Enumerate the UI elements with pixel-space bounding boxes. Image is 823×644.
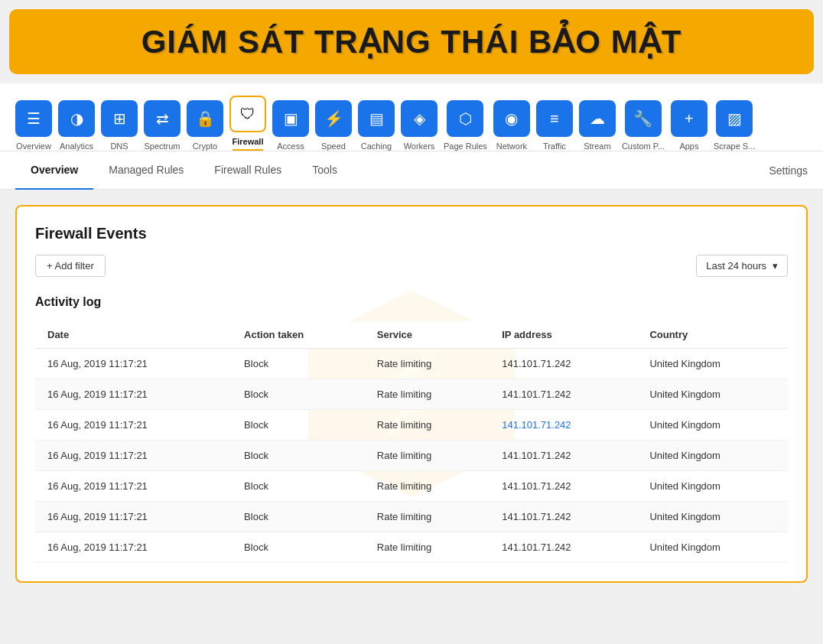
service-cell: Rate limiting (365, 379, 490, 410)
nav-label-workers: Workers (404, 141, 435, 151)
date-cell: 16 Aug, 2019 11:17:21 (35, 410, 232, 441)
date-cell: 16 Aug, 2019 11:17:21 (35, 502, 232, 532)
table-row: 16 Aug, 2019 11:17:21BlockRate limiting1… (35, 502, 788, 532)
date-cell: 16 Aug, 2019 11:17:21 (35, 471, 232, 502)
ip-cell[interactable]: 141.101.71.242 (490, 410, 637, 441)
action-cell: Block (232, 379, 365, 410)
nav-label-dns: DNS (110, 141, 128, 151)
action-cell: Block (232, 410, 365, 441)
ip-cell[interactable]: 141.101.71.242 (490, 502, 637, 532)
ip-cell[interactable]: 141.101.71.242 (490, 379, 637, 410)
nav-icon-apps: + (671, 100, 708, 137)
add-filter-button[interactable]: + Add filter (35, 255, 106, 277)
nav-icon-scrape-s: ▨ (716, 100, 753, 137)
nav-label-scrape-s: Scrape S... (714, 141, 755, 151)
nav-icon-traffic: ≡ (536, 100, 573, 137)
tabs-bar: OverviewManaged RulesFirewall RulesTools… (0, 151, 823, 190)
nav-item-speed[interactable]: ⚡Speed (315, 100, 352, 151)
nav-label-firewall: Firewall (233, 137, 264, 151)
nav-item-workers[interactable]: ◈Workers (401, 100, 438, 151)
action-cell: Block (232, 532, 365, 563)
service-cell: Rate limiting (365, 532, 490, 563)
ip-cell[interactable]: 141.101.71.242 (490, 349, 637, 379)
nav-item-apps[interactable]: +Apps (671, 100, 708, 151)
nav-icon-stream: ☁ (579, 100, 616, 137)
nav-label-apps: Apps (679, 141, 698, 151)
banner-title: GIÁM SÁT TRẠNG THÁI BẢO MẬT (24, 23, 799, 60)
nav-item-traffic[interactable]: ≡Traffic (536, 100, 573, 151)
nav-item-custom-p[interactable]: 🔧Custom P... (622, 100, 665, 151)
ip-cell[interactable]: 141.101.71.242 (490, 441, 637, 471)
firewall-card: ⚡ Firewall Events + Add filter Last 24 h… (15, 205, 808, 583)
nav-item-stream[interactable]: ☁Stream (579, 100, 616, 151)
filter-row: + Add filter Last 24 hours ▾ (35, 255, 788, 277)
nav-label-overview: Overview (16, 141, 51, 151)
tab-overview[interactable]: Overview (15, 151, 93, 190)
country-cell: United Kingdom (637, 532, 788, 563)
banner: GIÁM SÁT TRẠNG THÁI BẢO MẬT (9, 9, 814, 74)
nav-label-network: Network (496, 141, 527, 151)
nav-item-spectrum[interactable]: ⇄Spectrum (144, 100, 181, 151)
nav-item-dns[interactable]: ⊞DNS (101, 100, 138, 151)
service-cell: Rate limiting (365, 410, 490, 441)
nav-label-speed: Speed (321, 141, 346, 151)
country-cell: United Kingdom (637, 471, 788, 502)
service-cell: Rate limiting (365, 441, 490, 471)
table-row: 16 Aug, 2019 11:17:21BlockRate limiting1… (35, 379, 788, 410)
main-content: ⚡ Firewall Events + Add filter Last 24 h… (0, 190, 823, 598)
activity-table: DateAction takenServiceIP addressCountry… (35, 321, 788, 563)
col-header-service: Service (365, 321, 490, 349)
nav-icon-custom-p: 🔧 (625, 100, 662, 137)
time-range-select[interactable]: Last 24 hours ▾ (696, 255, 788, 277)
activity-log-title: Activity log (35, 295, 788, 309)
country-cell: United Kingdom (637, 379, 788, 410)
tab-firewall-rules[interactable]: Firewall Rules (199, 151, 297, 190)
service-cell: Rate limiting (365, 502, 490, 532)
date-cell: 16 Aug, 2019 11:17:21 (35, 532, 232, 563)
action-cell: Block (232, 349, 365, 379)
nav-label-spectrum: Spectrum (144, 141, 180, 151)
country-cell: United Kingdom (637, 441, 788, 471)
tab-tools[interactable]: Tools (297, 151, 353, 190)
nav-icon-overview: ☰ (15, 100, 52, 137)
ip-cell[interactable]: 141.101.71.242 (490, 471, 637, 502)
nav-label-analytics: Analytics (60, 141, 93, 151)
action-cell: Block (232, 471, 365, 502)
nav-icon-workers: ◈ (401, 100, 438, 137)
card-header: Firewall Events (35, 225, 788, 242)
col-header-country: Country (637, 321, 788, 349)
tab-managed-rules[interactable]: Managed Rules (93, 151, 199, 190)
nav-icon-network: ◉ (493, 100, 530, 137)
table-row: 16 Aug, 2019 11:17:21BlockRate limiting1… (35, 349, 788, 379)
col-header-ip-address: IP address (490, 321, 637, 349)
nav-label-traffic: Traffic (543, 141, 566, 151)
nav-item-network[interactable]: ◉Network (493, 100, 530, 151)
nav-item-caching[interactable]: ▤Caching (358, 100, 395, 151)
table-row: 16 Aug, 2019 11:17:21BlockRate limiting1… (35, 441, 788, 471)
nav-item-page-rules[interactable]: ⬡Page Rules (444, 100, 487, 151)
nav-item-analytics[interactable]: ◑Analytics (58, 100, 95, 151)
date-cell: 16 Aug, 2019 11:17:21 (35, 441, 232, 471)
service-cell: Rate limiting (365, 349, 490, 379)
table-row: 16 Aug, 2019 11:17:21BlockRate limiting1… (35, 410, 788, 441)
nav-icon-page-rules: ⬡ (447, 100, 483, 137)
nav-label-page-rules: Page Rules (444, 141, 487, 151)
nav-icon-access: ▣ (272, 100, 309, 137)
nav-item-crypto[interactable]: 🔒Crypto (187, 100, 223, 151)
tabs-left: OverviewManaged RulesFirewall RulesTools (15, 151, 353, 189)
nav-container: ☰Overview◑Analytics⊞DNS⇄Spectrum🔒Crypto🛡… (0, 83, 823, 151)
nav-item-access[interactable]: ▣Access (272, 100, 309, 151)
nav-item-scrape-s[interactable]: ▨Scrape S... (714, 100, 755, 151)
service-cell: Rate limiting (365, 471, 490, 502)
tab-settings[interactable]: Settings (769, 152, 808, 189)
nav-label-custom-p: Custom P... (622, 141, 665, 151)
ip-cell[interactable]: 141.101.71.242 (490, 532, 637, 563)
country-cell: United Kingdom (637, 410, 788, 441)
nav-item-firewall[interactable]: 🛡Firewall (229, 96, 266, 151)
table-row: 16 Aug, 2019 11:17:21BlockRate limiting1… (35, 471, 788, 502)
nav-label-crypto: Crypto (193, 141, 217, 151)
nav-icon-firewall: 🛡 (229, 96, 266, 132)
nav-label-stream: Stream (584, 141, 610, 151)
nav-icon-speed: ⚡ (315, 100, 352, 137)
nav-item-overview[interactable]: ☰Overview (15, 100, 52, 151)
